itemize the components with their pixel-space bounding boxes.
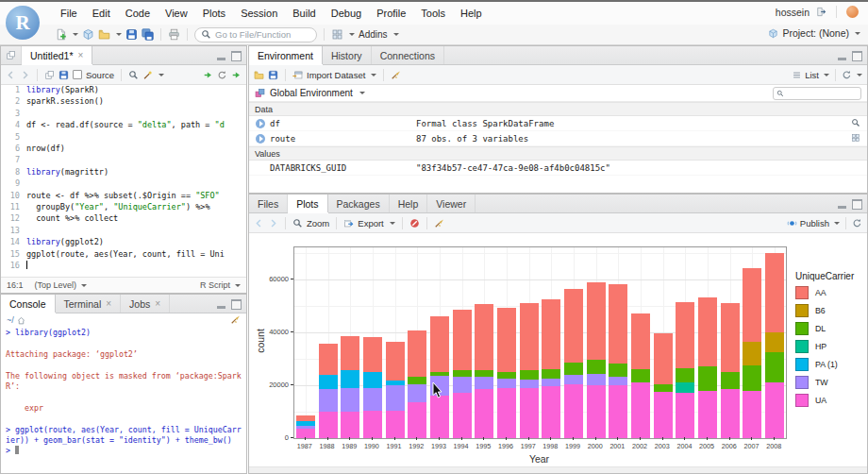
tab-environment[interactable]: Environment (249, 46, 323, 64)
env-row[interactable]: route87 obs. of 3 variables (249, 131, 867, 146)
tab-help[interactable]: Help (390, 195, 428, 212)
environment-search-input[interactable] (773, 87, 861, 100)
refresh-caret-icon[interactable] (857, 74, 862, 76)
tab-console[interactable]: Console (1, 295, 56, 313)
code-tools-icon[interactable] (142, 70, 153, 80)
source-script-icon[interactable] (231, 70, 242, 80)
addins-caret-icon[interactable] (393, 33, 399, 36)
list-view-label[interactable]: List (805, 70, 819, 80)
export-plot-icon[interactable] (343, 218, 354, 229)
import-dataset-caret-icon[interactable] (371, 74, 376, 76)
export-button[interactable]: Export (358, 218, 383, 229)
tab-packages[interactable]: Packages (328, 195, 390, 212)
menu-build[interactable]: Build (285, 6, 323, 21)
open-recent-caret-icon[interactable] (116, 33, 122, 36)
zoom-button[interactable]: Zoom (307, 218, 329, 229)
sign-out-icon[interactable] (816, 7, 826, 17)
clear-all-plots-icon[interactable] (434, 218, 444, 229)
list-view-caret-icon[interactable] (824, 74, 829, 76)
save-all-icon[interactable] (142, 28, 154, 41)
publish-icon[interactable] (787, 218, 797, 229)
clear-objects-icon[interactable] (391, 70, 401, 80)
list-view-icon[interactable] (792, 70, 802, 80)
pane-layout-icon[interactable] (331, 28, 343, 41)
menu-file[interactable]: File (53, 6, 85, 21)
menu-profile[interactable]: Profile (369, 6, 413, 21)
new-project-icon[interactable] (82, 28, 94, 41)
minimize-pane-icon[interactable] (838, 206, 846, 209)
print-icon[interactable] (168, 28, 180, 41)
view-table-icon[interactable] (851, 133, 860, 144)
menu-plots[interactable]: Plots (195, 6, 233, 21)
menu-edit[interactable]: Edit (85, 6, 118, 21)
next-plot-icon[interactable] (268, 218, 278, 229)
tab-plots[interactable]: Plots (288, 195, 327, 212)
env-row[interactable]: dfFormal class SparkDataFrame (249, 116, 867, 131)
tab-viewer[interactable]: Viewer (427, 195, 476, 212)
goto-file-function-input[interactable]: Go to File/Function (194, 27, 317, 42)
import-dataset-icon[interactable] (292, 70, 303, 80)
console-output[interactable]: > library(ggplot2) Attaching package: ‘g… (1, 328, 246, 473)
source-pane-icon[interactable] (1, 46, 22, 64)
maximize-pane-icon[interactable] (231, 51, 242, 61)
clear-console-button[interactable] (230, 314, 241, 327)
refresh-plot-icon[interactable] (852, 218, 862, 229)
expand-object-icon[interactable] (256, 119, 265, 128)
menu-help[interactable]: Help (453, 6, 490, 21)
code-editor[interactable]: 1library(SparkR)2sparkR.session()34df <-… (1, 84, 246, 278)
code-tools-caret-icon[interactable] (159, 74, 164, 76)
tab-jobs[interactable]: Jobs× (121, 295, 170, 313)
minimize-pane-icon[interactable] (217, 306, 225, 309)
save-icon[interactable] (58, 70, 69, 80)
rerun-icon[interactable] (217, 70, 227, 80)
session-indicator-icon[interactable] (846, 6, 859, 18)
environment-scope-caret-icon[interactable] (359, 92, 365, 94)
menu-code[interactable]: Code (118, 6, 158, 21)
export-caret-icon[interactable] (390, 222, 395, 225)
remove-plot-icon[interactable] (409, 218, 420, 229)
publish-button[interactable]: Publish (800, 218, 829, 229)
close-tab-icon[interactable]: × (106, 298, 111, 309)
expand-object-icon[interactable] (256, 134, 265, 144)
back-icon[interactable] (6, 70, 16, 80)
find-replace-icon[interactable] (128, 70, 139, 80)
new-file-icon[interactable] (55, 28, 67, 41)
maximize-pane-icon[interactable] (852, 199, 862, 210)
menu-session[interactable]: Session (233, 6, 285, 21)
environment-scope-selector[interactable]: Global Environment (270, 88, 353, 98)
view-object-icon[interactable] (851, 118, 860, 129)
maximize-pane-icon[interactable] (231, 299, 242, 310)
save-workspace-icon[interactable] (268, 70, 278, 80)
close-tab-icon[interactable]: × (155, 298, 160, 309)
close-tab-icon[interactable]: × (78, 50, 84, 60)
popout-icon[interactable] (44, 70, 55, 80)
zoom-plot-icon[interactable] (292, 218, 303, 229)
tab-terminal[interactable]: Terminal× (56, 295, 122, 313)
project-selector[interactable]: Project: (None) (768, 27, 860, 39)
previous-plot-icon[interactable] (254, 218, 264, 229)
working-directory[interactable]: ~/ (7, 315, 14, 325)
tab-connections[interactable]: Connections (372, 46, 444, 64)
import-dataset-button[interactable]: Import Dataset (307, 70, 365, 80)
source-on-save-checkbox[interactable] (73, 70, 82, 79)
env-row[interactable]: DATABRICKS_GUID"83f34b57-ce47-47ca-9e08-… (249, 161, 867, 176)
save-icon[interactable] (125, 28, 138, 41)
menu-tools[interactable]: Tools (413, 6, 453, 21)
forward-icon[interactable] (20, 70, 30, 80)
file-type-selector[interactable]: R Script (200, 280, 241, 290)
menu-view[interactable]: View (158, 6, 195, 21)
load-workspace-icon[interactable] (254, 70, 264, 80)
publish-caret-icon[interactable] (834, 222, 840, 225)
menu-debug[interactable]: Debug (324, 6, 369, 21)
new-file-caret-icon[interactable] (73, 33, 78, 36)
addins-button[interactable]: Addins (359, 29, 388, 40)
tab-files[interactable]: Files (249, 195, 288, 212)
pane-layout-caret-icon[interactable] (349, 33, 355, 36)
tab-history[interactable]: History (323, 46, 372, 64)
tab-untitled1[interactable]: Untitled1* × (22, 46, 92, 64)
minimize-pane-icon[interactable] (217, 58, 225, 60)
run-icon[interactable] (203, 70, 213, 80)
scope-selector[interactable]: (Top Level) (35, 280, 88, 290)
open-file-icon[interactable] (98, 28, 110, 41)
refresh-icon[interactable] (842, 70, 852, 80)
